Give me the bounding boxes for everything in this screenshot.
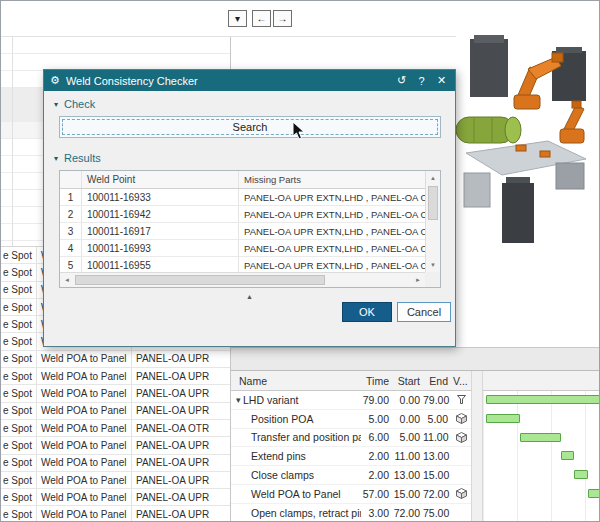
operation-type-cell: e Spot xyxy=(1,333,37,349)
start-cell: 5.00 xyxy=(391,431,423,443)
3d-viewport[interactable] xyxy=(456,33,600,347)
forward-button[interactable]: → xyxy=(273,10,292,27)
result-row[interactable]: 1 100011-16933 PANEL-OA UPR EXTN,LHD , P… xyxy=(60,189,425,206)
check-section-header[interactable]: ▾ Check xyxy=(54,98,95,110)
operation-part-cell: PANEL-OA UPR xyxy=(132,455,230,471)
cancel-button[interactable]: Cancel xyxy=(397,302,451,322)
operation-row[interactable]: e Spot Weld POA to Panel PANEL-OA UPR xyxy=(1,455,230,472)
operation-part-cell: PANEL-OA UPR xyxy=(132,368,230,384)
operation-row[interactable]: e Spot Weld POA to Panel PANEL-OA UPR xyxy=(1,368,230,385)
operation-row[interactable]: e Spot Weld POA to Panel PANEL-OA UPR xyxy=(1,351,230,368)
variant-cell xyxy=(451,395,471,404)
operation-row[interactable]: e Spot Weld POA to Panel PANEL-OA UPR xyxy=(1,472,230,489)
weld-point-cell: 100011-16955 xyxy=(82,257,239,272)
end-cell: 13.00 xyxy=(423,450,451,462)
help-button[interactable]: ? xyxy=(414,75,429,87)
operation-row[interactable]: e Spot Weld POA to Panel PANEL-OA UPR xyxy=(1,385,230,402)
robot-icon xyxy=(560,101,584,143)
col-header-time[interactable]: Time xyxy=(361,375,391,387)
gantt-row[interactable]: ▾ LHD variant 79.00 0.00 79.00 xyxy=(231,391,471,410)
gantt-bar[interactable] xyxy=(486,414,520,423)
reset-button[interactable]: ↺ xyxy=(394,74,409,87)
refresh-icon: ↺ xyxy=(397,74,406,86)
robot-cell-3d-view xyxy=(456,33,600,347)
gantt-bar[interactable] xyxy=(486,395,600,404)
gantt-row[interactable]: Close clamps 2.00 13.00 15.00 xyxy=(231,466,471,485)
dropdown-button[interactable]: ▾ xyxy=(228,10,247,27)
missing-parts-cell: PANEL-OA UPR EXTN,LHD , PANEL-OA OTR,LHD xyxy=(239,240,425,256)
arrow-right-icon: → xyxy=(278,13,288,24)
gantt-row[interactable]: Position POA 5.00 0.00 5.00 xyxy=(231,410,471,429)
cube-icon xyxy=(456,488,467,499)
gantt-row[interactable]: Extend pins 2.00 11.00 13.00 xyxy=(231,447,471,466)
time-cell: 6.00 xyxy=(361,431,391,443)
scroll-down-arrow-icon[interactable]: ▼ xyxy=(426,259,440,271)
operation-type-cell: e Spot xyxy=(1,489,37,505)
ok-button[interactable]: OK xyxy=(342,302,392,322)
end-cell: 72.00 xyxy=(423,488,451,500)
result-row[interactable]: 2 100011-16942 PANEL-OA UPR EXTN,LHD , P… xyxy=(60,206,425,223)
gantt-bar[interactable] xyxy=(561,451,575,460)
results-section-header[interactable]: ▾ Results xyxy=(54,152,101,164)
gantt-row[interactable]: Transfer and position panel 6.00 5.00 11… xyxy=(231,429,471,448)
gantt-bar[interactable] xyxy=(588,489,600,498)
missing-parts-cell: PANEL-OA UPR EXTN,LHD , PANEL-OA OTR,LHD xyxy=(239,257,425,272)
check-section-label: Check xyxy=(64,98,95,110)
gantt-row[interactable]: Open clamps, retract pins 3.00 72.00 75.… xyxy=(231,504,471,522)
missing-parts-header[interactable]: Missing Parts xyxy=(239,171,425,188)
operation-type-cell: e Spot xyxy=(1,299,37,315)
back-button[interactable]: ← xyxy=(252,10,271,27)
row-number-cell: 4 xyxy=(60,240,82,256)
panel-divider xyxy=(231,347,600,371)
dialog-title-bar[interactable]: ⚙ Weld Consistency Checker ↺ ? ✕ xyxy=(44,70,455,91)
gantt-bar[interactable] xyxy=(520,433,561,442)
operation-row[interactable]: e Spot Weld POA to Panel PANEL-OA OTR xyxy=(1,420,230,437)
result-row[interactable]: 5 100011-16955 PANEL-OA UPR EXTN,LHD , P… xyxy=(60,257,425,272)
gantt-splitter[interactable] xyxy=(471,371,483,522)
start-cell: 11.00 xyxy=(391,450,423,462)
weld-point-header[interactable]: Weld Point xyxy=(82,171,239,188)
weld-point-cell: 100011-16917 xyxy=(82,223,239,239)
results-table-body: Weld Point Missing Parts 1 100011-16933 … xyxy=(60,171,425,272)
operation-row[interactable]: e Spot Weld POA to Panel PANEL-OA UPR xyxy=(1,489,230,506)
operation-row[interactable]: e Spot Weld POA to Panel PANEL-OA UPR xyxy=(1,437,230,454)
end-cell: 75.00 xyxy=(423,507,451,519)
operation-row[interactable]: e Spot Weld POA to Panel PANEL-OA UPR xyxy=(1,506,230,522)
row-number-cell: 3 xyxy=(60,223,82,239)
scrollbar-thumb[interactable] xyxy=(428,186,438,220)
operation-name: Position POA xyxy=(251,413,313,425)
operation-action-cell: Weld POA to Panel xyxy=(37,472,132,488)
horizontal-scrollbar[interactable]: ◄ ► xyxy=(60,272,425,287)
scrollbar-thumb[interactable] xyxy=(75,275,325,285)
scroll-left-arrow-icon[interactable]: ◄ xyxy=(61,274,73,286)
operation-name: Close clamps xyxy=(251,469,314,481)
operation-name-cell: Close clamps xyxy=(231,466,361,484)
scroll-right-arrow-icon[interactable]: ► xyxy=(412,274,424,286)
close-button[interactable]: ✕ xyxy=(434,74,449,87)
weld-consistency-checker-dialog: ⚙ Weld Consistency Checker ↺ ? ✕ ▾ Check… xyxy=(43,69,456,347)
missing-parts-cell: PANEL-OA UPR EXTN,LHD , PANEL-OA OTR,LHD xyxy=(239,189,425,205)
gantt-row[interactable]: Weld POA to Panel 57.00 15.00 72.00 xyxy=(231,485,471,504)
operation-name: Transfer and position panel xyxy=(251,431,361,443)
variant-cell xyxy=(451,432,471,443)
time-cell: 2.00 xyxy=(361,450,391,462)
expander-icon[interactable]: ▾ xyxy=(231,395,243,405)
scrollbar-corner xyxy=(425,272,440,287)
result-row[interactable]: 4 100011-16993 PANEL-OA UPR EXTN,LHD , P… xyxy=(60,240,425,257)
col-header-extra[interactable]: V... xyxy=(451,375,471,387)
gantt-bar[interactable] xyxy=(574,470,588,479)
scroll-up-arrow-icon[interactable]: ▲ xyxy=(426,172,440,184)
operation-row[interactable]: e Spot Weld POA to Panel PANEL-OA UPR xyxy=(1,403,230,420)
col-header-end[interactable]: End xyxy=(423,375,451,387)
result-row[interactable]: 3 100011-16917 PANEL-OA UPR EXTN,LHD , P… xyxy=(60,223,425,240)
start-cell: 0.00 xyxy=(391,394,423,406)
operation-part-cell: PANEL-OA UPR xyxy=(132,437,230,453)
collapse-dialog-button[interactable]: ▲ xyxy=(233,291,267,302)
vertical-scrollbar[interactable]: ▲ ▼ xyxy=(425,171,440,272)
operation-type-cell: e Spot xyxy=(1,351,37,367)
col-header-name[interactable]: Name xyxy=(231,375,361,387)
operation-name-cell: Transfer and position panel xyxy=(231,429,361,447)
col-header-start[interactable]: Start xyxy=(391,375,423,387)
search-button[interactable]: Search xyxy=(59,116,441,138)
operation-part-cell: PANEL-OA UPR xyxy=(132,472,230,488)
